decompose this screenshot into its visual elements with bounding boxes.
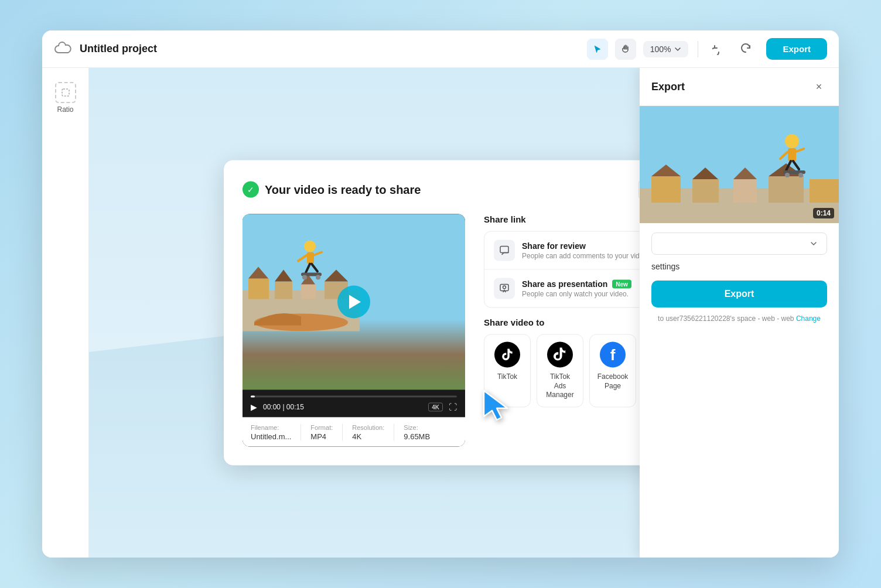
meta-divider-2 [342, 424, 343, 441]
svg-point-24 [503, 286, 506, 289]
tiktok-icon [494, 342, 520, 368]
ratio-icon [55, 82, 76, 103]
thumb-skater-svg [640, 106, 839, 223]
total-time: 00:15 [286, 403, 304, 411]
tiktok-ads-icon [547, 342, 573, 368]
export-note-text: to user7356221120228's space - web [658, 314, 775, 323]
select-tool-button[interactable] [587, 39, 608, 60]
progress-fill [251, 396, 255, 398]
share-modal-title: Your video is ready to share [265, 183, 421, 196]
video-controls: ▶ 00:00 | 00:15 4K ⛶ [243, 390, 465, 418]
meta-format: Format: MP4 [310, 424, 333, 441]
sidebar: Ratio [42, 68, 89, 558]
time-display: 00:00 | 00:15 [263, 403, 304, 411]
export-button-top[interactable]: Export [766, 38, 827, 60]
share-modal: ✓ Your video is ready to share [224, 160, 704, 466]
app-window: Untitled project 100% Export [42, 30, 839, 558]
export-settings-area: settings Export to user7356221120228's s… [640, 223, 839, 332]
svg-rect-38 [788, 148, 796, 161]
meta-size: Size: 9.65MB [404, 424, 430, 441]
svg-point-13 [304, 241, 316, 252]
facebook-label: Facebook Page [597, 372, 629, 391]
controls-row: ▶ 00:00 | 00:15 4K ⛶ [251, 402, 457, 412]
svg-rect-34 [769, 176, 804, 203]
top-bar: Untitled project 100% Export [42, 30, 839, 68]
quality-badge: 4K [428, 402, 443, 411]
video-duration: 0:14 [817, 209, 831, 217]
new-badge: New [612, 279, 631, 288]
svg-point-44 [785, 173, 790, 177]
export-note: to user7356221120228's space - web - web… [651, 314, 827, 323]
ratio-label: Ratio [57, 105, 73, 114]
export-panel-title: Export [651, 81, 685, 93]
undo-button[interactable] [708, 39, 729, 60]
resolution-label: Resolution: [352, 424, 384, 431]
video-meta: Filename: Untitled.m... Format: MP4 Reso… [243, 418, 465, 447]
size-value: 9.65MB [404, 432, 430, 441]
meta-resolution: Resolution: 4K [352, 424, 384, 441]
format-label: Format: [310, 424, 333, 431]
share-review-icon [494, 240, 515, 261]
video-player: ▶ 00:00 | 00:15 4K ⛶ [243, 214, 465, 447]
change-link[interactable]: Change [796, 314, 821, 323]
svg-rect-28 [651, 176, 681, 203]
svg-rect-36 [810, 179, 839, 203]
filename-label: Filename: [251, 424, 291, 431]
video-frame [243, 214, 465, 390]
play-pause-button[interactable]: ▶ [251, 402, 257, 412]
svg-rect-8 [301, 285, 316, 299]
svg-rect-32 [733, 179, 757, 203]
share-modal-body: ▶ 00:00 | 00:15 4K ⛶ [243, 214, 685, 447]
facebook-icon: f [600, 342, 626, 368]
zoom-value: 100% [650, 45, 671, 54]
meta-divider-1 [301, 424, 301, 441]
hand-tool-button[interactable] [615, 39, 636, 60]
svg-rect-6 [275, 282, 292, 299]
export-action-button[interactable]: Export [651, 281, 827, 307]
export-panel-body: 0:14 settings Export to user735622112022… [640, 106, 839, 558]
zoom-button[interactable]: 100% [643, 41, 689, 57]
tiktok-ads-button[interactable]: TikTok Ads Manager [537, 334, 583, 408]
settings-label: settings [651, 262, 827, 271]
share-modal-header: ✓ Your video is ready to share [243, 179, 685, 200]
svg-rect-22 [500, 247, 508, 253]
main-content: Ratio ✓ Your video is ready to share [42, 68, 839, 558]
current-time: 00:00 [263, 403, 281, 411]
svg-point-21 [316, 275, 320, 280]
sidebar-item-ratio[interactable]: Ratio [47, 77, 84, 118]
export-video-thumb: 0:14 [640, 106, 839, 223]
top-bar-left: Untitled project [54, 40, 578, 59]
filename-value: Untitled.m... [251, 432, 291, 441]
tiktok-ads-label: TikTok Ads Manager [544, 372, 576, 400]
cloud-icon[interactable] [54, 40, 73, 59]
svg-point-37 [785, 134, 799, 148]
svg-rect-0 [62, 89, 69, 96]
svg-point-20 [302, 275, 307, 280]
settings-dropdown[interactable] [651, 233, 827, 255]
svg-rect-30 [692, 179, 719, 203]
chevron-down-icon [809, 239, 818, 248]
play-icon [349, 295, 361, 309]
resolution-value: 4K [352, 432, 384, 441]
top-bar-center: 100% [587, 39, 757, 60]
fullscreen-button[interactable]: ⛶ [449, 402, 457, 412]
progress-bar[interactable] [251, 396, 457, 398]
export-panel-close-button[interactable]: × [811, 78, 827, 95]
meta-divider-3 [394, 424, 394, 441]
format-value: MP4 [310, 432, 333, 441]
svg-point-45 [798, 173, 803, 177]
video-thumbnail-container: 0:14 [640, 106, 839, 223]
play-button[interactable] [337, 286, 370, 319]
export-panel: Export × [640, 68, 839, 558]
svg-rect-14 [307, 252, 314, 264]
toolbar-divider [698, 41, 698, 57]
project-title: Untitled project [80, 43, 157, 55]
share-presentation-icon [494, 278, 515, 299]
duration-badge: 0:14 [813, 208, 834, 218]
meta-filename: Filename: Untitled.m... [251, 424, 291, 441]
tiktok-label: TikTok [497, 372, 517, 382]
redo-button[interactable] [736, 39, 757, 60]
success-check-icon: ✓ [243, 182, 259, 198]
tiktok-button[interactable]: TikTok [484, 334, 531, 408]
facebook-button[interactable]: f Facebook Page [589, 334, 636, 408]
